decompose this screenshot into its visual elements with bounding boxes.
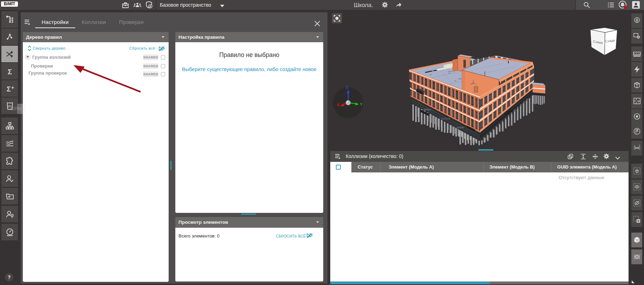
svg-text:+: + xyxy=(11,85,14,90)
svg-text:1: 1 xyxy=(634,145,636,147)
svg-text:Y: Y xyxy=(360,102,363,106)
svg-text:Σ: Σ xyxy=(7,67,12,75)
svg-text:Z: Z xyxy=(346,86,348,89)
svg-text:Σ: Σ xyxy=(6,85,11,93)
svg-text:X: X xyxy=(337,103,339,107)
svg-text:2: 2 xyxy=(639,144,640,146)
